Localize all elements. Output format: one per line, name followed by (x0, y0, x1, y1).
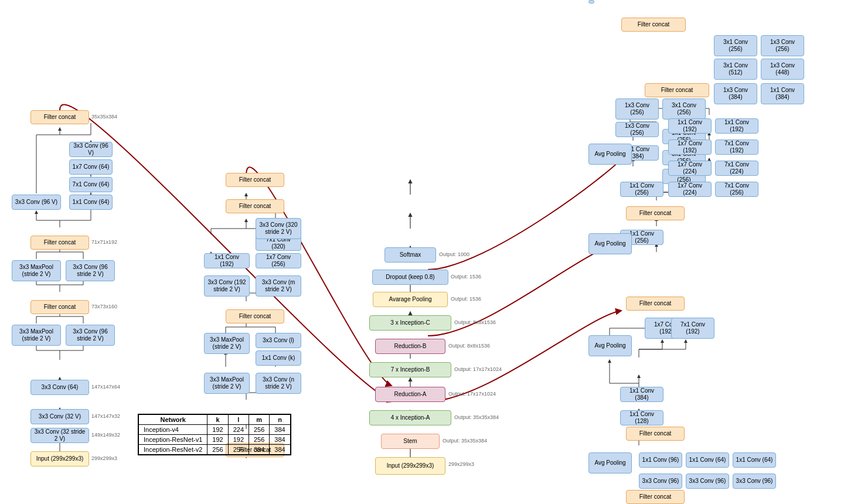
rc-3x3-96-2: 3x3 Conv (96) (686, 474, 729, 489)
ra-conv192-7x1: 7x1 Conv (192) (671, 318, 714, 339)
conv32: 3x3 Conv (32 V) (30, 409, 89, 424)
table-header-n: n (270, 415, 290, 425)
row-n-2: 384 (270, 435, 290, 445)
conv96-3x3: 3x3 Conv (96 V) (69, 142, 113, 157)
conv96-stride2: 3x3 Conv (96 stride 2 V) (66, 325, 115, 346)
fc-right-b-top: Filter concat (645, 83, 709, 97)
row-k-2: 192 (207, 435, 228, 445)
table-row: Inception-ResNet-v1 192 192 256 384 (139, 435, 291, 445)
fc-right-c-bot: Filter concat (626, 427, 685, 441)
row-m-1: 256 (249, 425, 270, 435)
inception-b-dim: Output: 17x17x1024 (454, 366, 502, 372)
fc-right-b: Filter concat (621, 18, 686, 32)
conv64-1x1: 1x1 Conv (64) (69, 195, 113, 210)
dropout-dim: Output: 1536 (451, 274, 481, 280)
ra-conv384: 1x1 Conv (384) (620, 387, 663, 402)
rb-1x1-192-2: 1x1 Conv (192) (715, 118, 758, 134)
conv-k-1x1: 1x1 Conv (k) (256, 350, 301, 366)
row-k-1: 192 (207, 425, 228, 435)
rb-3x1-256-r: 3x1 Conv (256) (714, 35, 757, 56)
conv256-1x7: 1x7 Conv (256) (256, 253, 301, 268)
left-input: Input (299x299x3) (30, 451, 89, 466)
rb-1x3-384-r: 1x3 Conv (384) (714, 83, 757, 104)
filter-concat-71-dim: 71x71x192 (91, 239, 117, 245)
inception-c-node: 3 x Inception-C (369, 315, 451, 331)
rc-avg-pooling: Avg Pooling (588, 452, 632, 474)
maxpool-stride2-l2: 3x3 MaxPool (stride 2 V) (12, 260, 61, 281)
reduction-a-node: Reduction-A (375, 387, 445, 402)
conv-n-stride2: 3x3 Conv (n stride 2 V) (256, 373, 301, 394)
fc-mid-2: Filter concat (226, 309, 284, 323)
inception-b-node: 7 x Inception-B (369, 362, 451, 377)
rc-3x3-96-3: 3x3 Conv (96) (733, 474, 776, 489)
fc-mid-3: Filter concat (226, 199, 284, 213)
filter-concat-73: Filter concat (30, 300, 89, 314)
left-input-dim: 299x299x3 (91, 455, 117, 461)
table-header-l: l (228, 415, 249, 425)
maxpool-mid-bot: 3x3 MaxPool (stride 2 V) (204, 333, 250, 354)
maxpool-stride2-l: 3x3 MaxPool (stride 2 V) (12, 325, 61, 346)
rb-3x1-512: 3x1 Conv (512) (714, 59, 757, 80)
row-m-3: 384 (249, 445, 270, 455)
table-header-network: Network (139, 415, 207, 425)
conv192-stride2: 3x3 Conv (192 stride 2 V) (204, 275, 250, 297)
row-l-1: 224 (228, 425, 249, 435)
conv32-stride2: 3x3 Conv (32 stride 2 V) (30, 428, 89, 443)
table-header-k: k (207, 415, 228, 425)
inception-c-dim: Output: 8x8x1536 (454, 319, 496, 325)
fc-mid-top: Filter concat (226, 173, 284, 187)
rb-1x7-192-2: 1x7 Conv (192) (668, 139, 712, 155)
rb-1x1-384-r: 1x1 Conv (384) (761, 83, 804, 104)
conv32-stride2-dim: 149x149x32 (91, 432, 120, 438)
conv-m-stride2: 3x3 Conv (m stride 2 V) (256, 275, 301, 297)
ra-conv128: 1x1 Conv (128) (620, 410, 663, 425)
input-node: Input (299x299x3) (375, 457, 445, 475)
row-m-2: 256 (249, 435, 270, 445)
input-dim: 299x299x3 (448, 461, 474, 467)
rb-7x1-192: 7x1 Conv (192) (715, 139, 758, 155)
rc-3x3-96: 3x3 Conv (96) (639, 474, 682, 489)
dropout-node: Dropout (keep 0.8) (372, 270, 448, 285)
softmax-node: Softmax (384, 247, 436, 263)
conv64: 3x3 Conv (64) (30, 380, 89, 395)
stem-dim: Output: 35x35x384 (443, 438, 487, 444)
row-n-3: 384 (270, 445, 290, 455)
conv192-1x1-mid: 1x1 Conv (192) (204, 253, 250, 268)
filter-concat-71: Filter concat (30, 236, 89, 250)
inception-a-dim: Output: 35x35x384 (454, 414, 499, 420)
rc-1x1-64: 1x1 Conv (64) (686, 452, 729, 468)
row-l-3: 256 (228, 445, 249, 455)
main-canvas: Input (299x299x3) 299x299x3 Stem Output:… (0, 0, 844, 504)
row-n-1: 384 (270, 425, 290, 435)
stem-node: Stem (381, 434, 440, 449)
maxpool-l3: 3x3 Conv (96 V) (12, 195, 61, 210)
rc-1x1-64-r: 1x1 Conv (64) (733, 452, 776, 468)
filter-concat-73-dim: 73x73x160 (91, 304, 117, 309)
rb-conv192: 1x1 Conv (256) (620, 182, 663, 197)
reduction-b-node: Reduction-B (375, 339, 445, 354)
fc-right-b-mid: Filter concat (626, 206, 685, 220)
row-network-3: Inception-ResNet-v2 (139, 445, 207, 455)
filter-concat-35-dim: 35x35x384 (91, 114, 117, 120)
avg-pooling-node: Avarage Pooling (373, 292, 448, 307)
rb-1x7-224: 1x7 Conv (224) (668, 182, 712, 197)
conv64-1x7: 1x7 Conv (64) (69, 159, 113, 175)
reduction-b-dim: Output: 8x8x1536 (448, 343, 490, 349)
conv64-dim: 147x147x64 (91, 384, 120, 390)
rb-avg-pooling-mid: Avg Pooling (588, 233, 632, 254)
table-header-m: m (249, 415, 270, 425)
maxpool-mid-l: 3x3 MaxPool (stride 2 V) (204, 373, 250, 394)
row-network-1: Inception-v4 (139, 425, 207, 435)
rb-1x1-192: 1x1 Conv (192) (668, 118, 712, 134)
conv-l-3x3: 3x3 Conv (l) (256, 333, 301, 348)
conv320-stride2: 3x3 Conv (320 stride 2 V) (256, 218, 301, 239)
table-row: Inception-v4 192 224 256 384 (139, 425, 291, 435)
rb-avg-pooling: Avg Pooling (588, 144, 632, 165)
conv32-dim: 147x147x32 (91, 413, 120, 419)
filter-concat-35: Filter concat (30, 110, 89, 124)
rb-1x3-448: 1x3 Conv (448) (761, 59, 804, 80)
conv64-7x1: 7x1 Conv (64) (69, 177, 113, 192)
rb-7x1-256: 7x1 Conv (256) (715, 182, 758, 197)
rb-7x1-224: 1x7 Conv (224) (668, 161, 712, 176)
row-network-2: Inception-ResNet-v1 (139, 435, 207, 445)
